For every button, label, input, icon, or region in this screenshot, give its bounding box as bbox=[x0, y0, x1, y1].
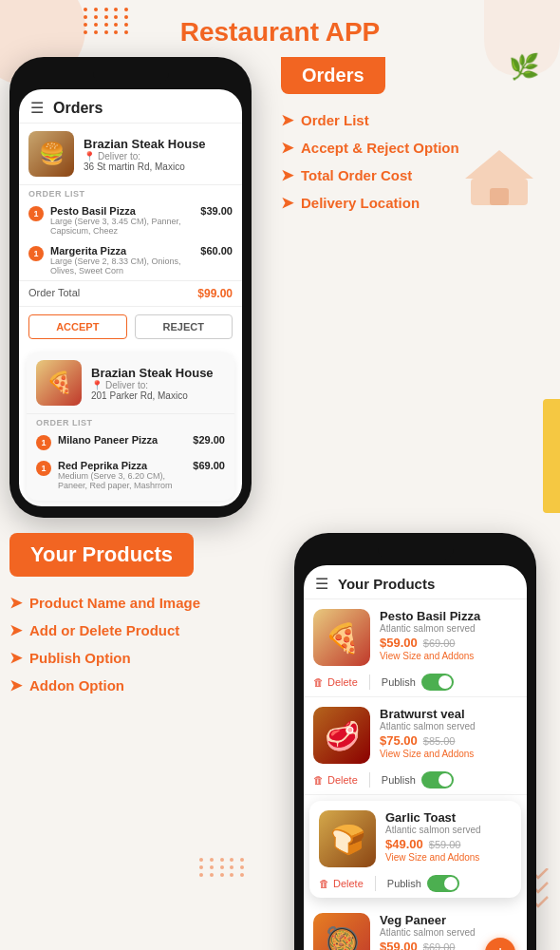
item-desc-4: Medium (Serve 3, 6.20 CM), Paneer, Red p… bbox=[58, 471, 193, 490]
arrow-icon-2: ➤ bbox=[281, 139, 293, 157]
deliver-label-1: Deliver to: bbox=[98, 151, 140, 162]
feature-product-name-image: ➤ Product Name and Image bbox=[9, 594, 287, 612]
product-desc-2: Atlantic salmon served bbox=[380, 721, 476, 732]
view-addons-3[interactable]: View Size and Addons bbox=[385, 852, 481, 863]
item-badge-2: 1 bbox=[28, 246, 44, 261]
arrow-icon-4: ➤ bbox=[281, 194, 293, 212]
item-badge-4: 1 bbox=[36, 461, 51, 476]
product-price-old-3: $59.00 bbox=[429, 839, 461, 850]
products-features-panel: Your Products ➤ Product Name and Image ➤… bbox=[9, 533, 294, 704]
order-list-label-2: ORDER LIST bbox=[27, 414, 234, 429]
order-total-label: Order Total bbox=[28, 287, 80, 300]
product-price-current-1: $59.00 bbox=[380, 636, 418, 650]
divider-2 bbox=[369, 772, 370, 788]
arrow-icon-5: ➤ bbox=[9, 594, 22, 612]
item-name-3: Milano Paneer Pizza bbox=[58, 434, 193, 446]
view-addons-1[interactable]: View Size and Addons bbox=[380, 651, 480, 661]
trash-icon-1: 🗑 bbox=[313, 676, 324, 688]
trash-icon-3: 🗑 bbox=[319, 878, 329, 889]
divider-3 bbox=[375, 876, 376, 891]
product-name-1: Pesto Basil Pizza bbox=[380, 609, 480, 623]
reject-button[interactable]: REJECT bbox=[135, 314, 233, 339]
address-1: 36 St martin Rd, Maxico bbox=[84, 162, 206, 172]
order-item-4: 1 Red Peprika Pizza Medium (Serve 3, 6.2… bbox=[27, 455, 234, 495]
delete-button-1[interactable]: 🗑 Delete bbox=[313, 676, 358, 688]
delete-button-2[interactable]: 🗑 Delete bbox=[313, 774, 358, 786]
item-desc-2: Large (Serve 2, 8.33 CM), Onions, Olives… bbox=[50, 256, 200, 276]
product-img-2: 🥩 bbox=[313, 707, 370, 764]
main-title: Restaurant APP bbox=[0, 0, 560, 57]
menu-icon-right: ☰ bbox=[315, 575, 328, 593]
order-item-3: 1 Milano Paneer Pizza $29.00 bbox=[27, 429, 234, 455]
order-item-1: 1 Pesto Basil Pizza Large (Serve 3, 3.45… bbox=[19, 200, 242, 240]
products-title: Your Products bbox=[338, 576, 435, 592]
publish-toggle-3[interactable] bbox=[427, 875, 459, 892]
product-desc-4: Atlantic salmon served bbox=[380, 927, 476, 938]
right-phone: ☰ Your Products 🍕 Pesto Basil Pizza Atla… bbox=[294, 533, 551, 950]
feature-delivery-location: ➤ Delivery Location bbox=[281, 194, 543, 212]
restaurant-name-1: Brazian Steak House bbox=[84, 137, 206, 151]
arrow-icon-3: ➤ bbox=[281, 166, 293, 184]
orders-title-left: Orders bbox=[53, 100, 103, 117]
order-total-amount: $99.00 bbox=[197, 287, 233, 300]
product-name-4: Veg Paneer bbox=[380, 913, 476, 927]
restaurant-img-2: 🍕 bbox=[36, 360, 82, 406]
item-badge-1: 1 bbox=[28, 206, 44, 221]
feature-order-list: ➤ Order List bbox=[281, 111, 543, 129]
feature-total-cost: ➤ Total Order Cost bbox=[281, 166, 543, 184]
product-price-old-1: $69.00 bbox=[423, 637, 456, 649]
pin-icon-1: 📍 bbox=[84, 151, 95, 162]
restaurant-name-2: Brazian Steak House bbox=[91, 366, 214, 380]
menu-icon: ☰ bbox=[30, 99, 44, 117]
item-price-4: $69.00 bbox=[193, 460, 225, 471]
product-price-old-2: $85.00 bbox=[423, 735, 456, 747]
products-feature-list: ➤ Product Name and Image ➤ Add or Delete… bbox=[9, 594, 287, 694]
divider-1 bbox=[369, 674, 370, 690]
item-desc-1: Large (Serve 3, 3.45 CM), Panner, Capsic… bbox=[50, 217, 200, 236]
product-item-1: 🍕 Pesto Basil Pizza Atlantic salmon serv… bbox=[304, 599, 527, 697]
publish-toggle-2[interactable] bbox=[421, 771, 454, 788]
product-price-current-4: $59.00 bbox=[380, 940, 418, 950]
item-name-2: Margerita Pizza bbox=[50, 245, 200, 256]
publish-toggle-1[interactable] bbox=[421, 674, 454, 691]
publish-label-2: Publish bbox=[382, 774, 416, 786]
item-price-2: $60.00 bbox=[200, 245, 233, 256]
arrow-icon-1: ➤ bbox=[281, 111, 293, 129]
publish-label-1: Publish bbox=[382, 676, 416, 688]
feature-publish-option: ➤ Publish Option bbox=[9, 649, 287, 667]
arrow-icon-7: ➤ bbox=[9, 649, 22, 667]
deliver-label-2: Deliver to: bbox=[105, 380, 148, 390]
trash-icon-2: 🗑 bbox=[313, 774, 324, 786]
products-banner: Your Products bbox=[9, 533, 194, 577]
product-img-4: 🥘 bbox=[313, 913, 370, 950]
product-desc-3: Atlantic salmon served bbox=[385, 825, 481, 835]
product-item-2: 🥩 Bratwurst veal Atlantic salmon served … bbox=[304, 697, 527, 795]
product-price-current-3: $49.00 bbox=[385, 837, 423, 851]
feature-addon-option: ➤ Addon Option bbox=[9, 676, 287, 694]
orders-features-panel: Orders ➤ Order List ➤ Accept & Reject Op… bbox=[266, 57, 551, 221]
item-price-1: $39.00 bbox=[200, 205, 233, 217]
left-phone: ☰ Orders 🍔 Brazian Steak House 📍 Deliver… bbox=[9, 57, 266, 518]
address-2: 201 Parker Rd, Maxico bbox=[91, 390, 214, 401]
delete-button-3[interactable]: 🗑 Delete bbox=[319, 878, 364, 889]
accept-button[interactable]: ACCEPT bbox=[28, 314, 127, 339]
arrow-icon-6: ➤ bbox=[9, 621, 22, 639]
item-price-3: $29.00 bbox=[193, 434, 225, 446]
pin-icon-2: 📍 bbox=[91, 380, 103, 390]
product-price-current-2: $75.00 bbox=[380, 733, 418, 748]
product-item-3: 🍞 Garlic Toast Atlantic salmon served $4… bbox=[309, 801, 521, 898]
item-badge-3: 1 bbox=[36, 435, 51, 450]
restaurant-img-1: 🍔 bbox=[28, 131, 74, 177]
product-img-1: 🍕 bbox=[313, 609, 370, 666]
product-name-3: Garlic Toast bbox=[385, 810, 481, 825]
publish-label-3: Publish bbox=[387, 878, 421, 889]
arrow-icon-8: ➤ bbox=[9, 676, 22, 694]
product-item-3-card: 🍞 Garlic Toast Atlantic salmon served $4… bbox=[309, 801, 521, 898]
order-item-2: 1 Margerita Pizza Large (Serve 2, 8.33 C… bbox=[19, 240, 242, 280]
product-img-3: 🍞 bbox=[319, 810, 376, 867]
product-desc-1: Atlantic salmon served bbox=[380, 623, 480, 634]
orders-banner: Orders bbox=[281, 57, 385, 94]
feature-accept-reject: ➤ Accept & Reject Option bbox=[281, 139, 543, 157]
product-price-old-4: $69.00 bbox=[423, 941, 456, 951]
view-addons-2[interactable]: View Size and Addons bbox=[380, 749, 476, 759]
